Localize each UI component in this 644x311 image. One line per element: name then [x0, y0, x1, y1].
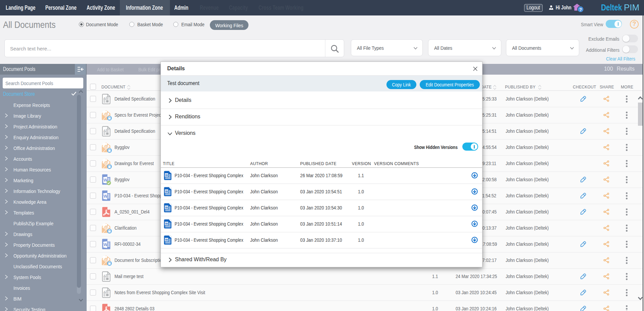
svg-text:W: W — [104, 242, 108, 247]
svg-text:W: W — [165, 238, 168, 241]
svg-text:W: W — [165, 190, 168, 193]
svg-text:W: W — [165, 206, 168, 209]
svg-text:W: W — [165, 222, 168, 225]
svg-text:?: ? — [579, 7, 582, 12]
svg-text:W: W — [104, 194, 108, 199]
svg-text:W: W — [165, 173, 168, 177]
